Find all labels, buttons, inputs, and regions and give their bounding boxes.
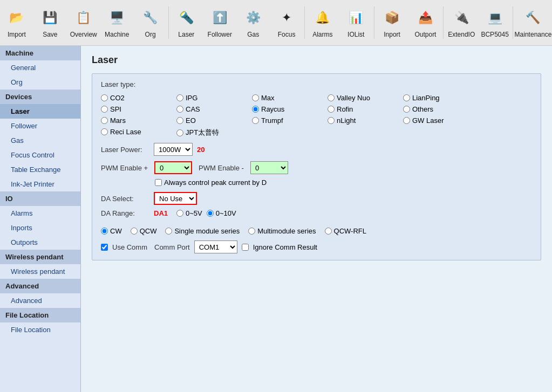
radio-trumpf[interactable]: Trumpf: [252, 116, 328, 125]
toolbar-label-machine: Machine: [105, 31, 129, 38]
overview-icon: 📋: [73, 7, 94, 29]
sidebar-section-machine[interactable]: Machine: [0, 46, 80, 60]
toolbar-btn-iolist[interactable]: 📊IOList: [339, 2, 373, 43]
page-title: Laser: [92, 54, 541, 66]
sidebar-item-advanced[interactable]: Advanced: [0, 293, 80, 308]
pwm-minus-select[interactable]: 0123: [250, 161, 288, 174]
toolbar-btn-import[interactable]: 📂Import: [0, 2, 33, 43]
pwm-plus-select[interactable]: 0123: [154, 161, 192, 174]
radio-jpt[interactable]: JPT太普特: [176, 128, 252, 137]
toolbar-btn-follower[interactable]: ⬆️Follower: [203, 2, 236, 43]
da-select-row: DA Select: No Use DA0 DA1 DA2: [101, 192, 532, 205]
laser-type-group: CO2 SPI Mars Reci Lase IPG CAS EO JPT太普特…: [101, 94, 532, 137]
radio-valleynuo[interactable]: Valley Nuo: [328, 94, 403, 102]
focus-icon: ✦: [276, 7, 297, 29]
sidebar-item-focus-control[interactable]: Focus Control: [0, 148, 80, 162]
toolbar-label-iolist: IOList: [347, 31, 364, 38]
toolbar-btn-alarms[interactable]: 🔔Alarms: [306, 2, 339, 43]
radio-rofin[interactable]: Rofin: [328, 105, 403, 113]
sidebar-section-wireless-pendant[interactable]: Wireless pendant: [0, 250, 80, 264]
radio-mars[interactable]: Mars: [101, 116, 176, 125]
use-comm-label: Use Comm: [112, 243, 150, 251]
toolbar-btn-extendio[interactable]: 🔌ExtendIO: [445, 2, 478, 43]
radio-co2[interactable]: CO2: [101, 94, 176, 102]
sidebar-item-file-location[interactable]: File Location: [0, 322, 80, 337]
toolbar-btn-overview[interactable]: 📋Overview: [67, 2, 100, 43]
toolbar-label-focus: Focus: [278, 31, 296, 38]
sidebar-item-alarms[interactable]: Alarms: [0, 206, 80, 221]
toolbar-btn-gas[interactable]: ⚙️Gas: [236, 2, 270, 43]
sidebar-item-table-exchange[interactable]: Table Exchange: [0, 162, 80, 177]
comm-port-label: Comm Port: [154, 243, 190, 251]
ignore-comm-label: Ignore Comm Result: [253, 243, 317, 251]
laser-type-label: Laser type:: [101, 80, 532, 88]
da-select-dropdown[interactable]: No Use DA0 DA1 DA2: [154, 192, 197, 205]
radio-gwlaser[interactable]: GW Laser: [403, 116, 479, 125]
sidebar-section-file-location[interactable]: File Location: [0, 308, 80, 322]
mode-multi[interactable]: Multimodule series: [248, 227, 316, 235]
toolbar-btn-org[interactable]: 🔧Org: [134, 2, 167, 43]
ignore-comm-checkbox[interactable]: [242, 244, 249, 251]
sidebar-item-follower[interactable]: Follower: [0, 119, 80, 133]
toolbar-label-outport: Outport: [414, 31, 436, 38]
sidebar-section-io[interactable]: IO: [0, 191, 80, 206]
da-range-row: DA Range: DA1 0~5V 0~10V: [101, 209, 532, 217]
import-icon: 📂: [6, 7, 28, 29]
toolbar-separator: [374, 6, 374, 39]
radio-eo[interactable]: EO: [176, 116, 252, 125]
radio-spi[interactable]: SPI: [101, 105, 176, 113]
radio-raycus[interactable]: Raycus: [252, 105, 328, 113]
sidebar-item-ink-jet-printer[interactable]: Ink-Jet Printer: [0, 177, 80, 191]
sidebar-item-outports[interactable]: Outports: [0, 235, 80, 250]
follower-icon: ⬆️: [209, 7, 230, 29]
da-range-5v[interactable]: 0~5V: [176, 209, 202, 217]
radio-cas[interactable]: CAS: [176, 105, 252, 113]
toolbar-label-overview: Overview: [70, 31, 97, 38]
laser-power-label: Laser Power:: [101, 146, 149, 154]
laser-col-1: CO2 SPI Mars Reci Lase: [101, 94, 176, 137]
iolist-icon: 📊: [345, 7, 367, 29]
mode-qcwrfl[interactable]: QCW-RFL: [325, 227, 366, 235]
toolbar-btn-bcp5045[interactable]: 💻BCP5045: [478, 2, 512, 43]
sidebar-item-general[interactable]: General: [0, 60, 80, 75]
sidebar-item-laser[interactable]: Laser: [0, 104, 80, 119]
toolbar-btn-maintenance[interactable]: 🔨Maintenance: [514, 2, 552, 43]
sidebar-section-devices[interactable]: Devices: [0, 90, 80, 104]
sidebar-section-advanced[interactable]: Advanced: [0, 279, 80, 293]
laser-power-select[interactable]: 500W 1000W 1500W 2000W: [154, 143, 193, 156]
radio-reci[interactable]: Reci Lase: [101, 128, 176, 136]
sidebar-item-inports[interactable]: Inports: [0, 221, 80, 235]
pwm-plus-label: PWM Enable +: [101, 164, 148, 172]
use-comm-checkbox[interactable]: [101, 244, 108, 251]
toolbar-label-maintenance: Maintenance: [515, 31, 552, 38]
peak-current-row: Always control peak current by D: [155, 178, 532, 187]
da-range-10v[interactable]: 0~10V: [207, 209, 236, 217]
toolbar-btn-outport[interactable]: 📤Outport: [409, 2, 442, 43]
mode-qcw[interactable]: QCW: [131, 227, 157, 235]
toolbar-btn-machine[interactable]: 🖥️Machine: [100, 2, 134, 43]
toolbar-btn-focus[interactable]: ✦Focus: [270, 2, 303, 43]
radio-nlight[interactable]: nLight: [328, 116, 403, 125]
comm-port-select[interactable]: COM1 COM2 COM3 COM4: [194, 240, 237, 253]
mode-cw[interactable]: CW: [101, 227, 122, 235]
da-select-label: DA Select:: [101, 195, 149, 203]
toolbar: 📂Import💾Save📋Overview🖥️Machine🔧Org🔦Laser…: [0, 0, 552, 46]
toolbar-btn-save[interactable]: 💾Save: [33, 2, 67, 43]
mode-single[interactable]: Single module series: [165, 227, 240, 235]
sidebar-item-org[interactable]: Org: [0, 75, 80, 90]
da-range-annotation: DA1: [154, 209, 168, 217]
toolbar-btn-inport[interactable]: 📦Inport: [376, 2, 409, 43]
sidebar-item-gas[interactable]: Gas: [0, 133, 80, 148]
sidebar-item-wireless-pendant[interactable]: Wireless pendant: [0, 264, 80, 279]
radio-lianping[interactable]: LianPing: [403, 94, 479, 102]
radio-ipg[interactable]: IPG: [176, 94, 252, 102]
radio-max[interactable]: Max: [252, 94, 328, 102]
laser-col-3: Max Raycus Trumpf: [252, 94, 328, 137]
inport-icon: 📦: [381, 7, 403, 29]
outport-icon: 📤: [414, 7, 436, 29]
peak-current-checkbox[interactable]: [155, 179, 162, 186]
toolbar-btn-laser[interactable]: 🔦Laser: [169, 2, 203, 43]
toolbar-separator: [168, 6, 169, 39]
toolbar-label-org: Org: [145, 31, 156, 38]
radio-others[interactable]: Others: [403, 105, 479, 113]
